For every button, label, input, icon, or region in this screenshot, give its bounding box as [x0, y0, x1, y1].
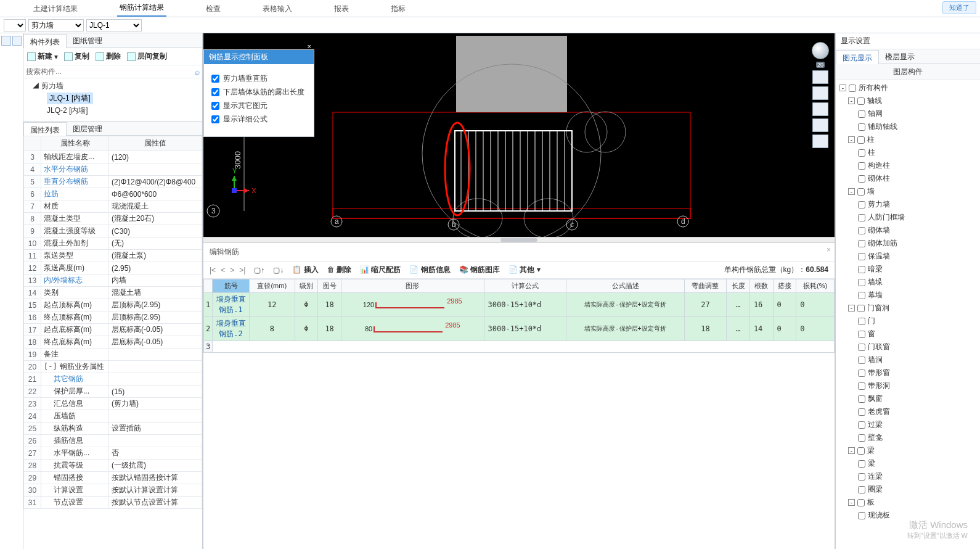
nav-cube-4[interactable]	[812, 118, 828, 132]
prop-name[interactable]: 插筋信息	[41, 435, 109, 447]
grade[interactable]: Φ	[295, 293, 318, 317]
dia[interactable]: 12	[250, 293, 295, 317]
layer-node[interactable]: 砌体柱	[836, 172, 980, 185]
delete-button[interactable]: 删除	[96, 51, 121, 62]
prop-value[interactable]	[109, 361, 202, 373]
code[interactable]: 18	[318, 293, 341, 317]
new-button[interactable]: 新建 ▾	[27, 51, 58, 62]
layer-node[interactable]: 构造柱	[836, 159, 980, 172]
prop-value[interactable]: 否	[109, 447, 202, 460]
floor-copy-button[interactable]: 层间复制	[127, 51, 167, 62]
rtab-floor[interactable]: 楼层显示	[879, 49, 921, 64]
prop-name[interactable]: 混凝土类型	[41, 213, 109, 225]
layer-checkbox[interactable]	[857, 97, 865, 105]
layer-node[interactable]: 墙垛	[836, 276, 980, 289]
loss[interactable]: 0	[796, 293, 835, 317]
layer-checkbox[interactable]	[857, 188, 865, 196]
layer-node[interactable]: 门联窗	[836, 341, 980, 353]
lap[interactable]: 0	[773, 317, 796, 341]
display-option[interactable]: 显示详细公式	[211, 114, 306, 125]
prop-value[interactable]: 层顶标高(2.95)	[109, 299, 202, 312]
bend[interactable]: 27	[684, 293, 726, 317]
prop-name[interactable]: 水平钢筋...	[41, 447, 109, 460]
layer-node[interactable]: 圈梁	[836, 483, 980, 496]
toggle-icon[interactable]: -	[839, 85, 846, 91]
icon-down[interactable]: ▢↓	[273, 266, 284, 274]
layer-checkbox[interactable]	[858, 110, 865, 118]
insert-button[interactable]: 📋 插入	[292, 265, 318, 275]
layer-checkbox[interactable]	[858, 292, 865, 299]
grade[interactable]: Φ	[295, 317, 318, 341]
shape[interactable]: 1202985	[341, 293, 484, 317]
layer-node[interactable]: 梁	[836, 457, 980, 470]
delete-button[interactable]: 🗑 删除	[327, 265, 351, 275]
bend[interactable]: 18	[684, 317, 726, 341]
layer-checkbox[interactable]	[858, 408, 865, 416]
rtab-element[interactable]: 图元显示	[836, 50, 879, 64]
layer-node[interactable]: - 轴线	[836, 94, 980, 107]
lap[interactable]: 0	[773, 293, 796, 317]
layer-node[interactable]: 辅助轴线	[836, 120, 980, 133]
dia[interactable]: 8	[250, 317, 295, 341]
prop-name[interactable]: 备注	[41, 349, 109, 361]
rebar-display-panel[interactable]: ×钢筋显示控制面板 剪力墙垂直筋 下层墙体纵筋的露出长度 显示其它图元 显示详细…	[203, 49, 314, 137]
toggle-icon[interactable]: -	[848, 188, 855, 195]
layer-checkbox[interactable]	[858, 175, 865, 183]
prop-value[interactable]: (一级抗震)	[109, 460, 202, 472]
prop-name[interactable]: 汇总信息	[41, 398, 109, 410]
layer-node[interactable]: 门	[836, 315, 980, 328]
layer-node[interactable]: 轴网	[836, 107, 980, 120]
prop-value[interactable]	[109, 373, 202, 386]
layer-node[interactable]: - 板	[836, 496, 980, 509]
prop-value[interactable]: (15)	[109, 386, 202, 398]
layer-node[interactable]: 幕墙	[836, 289, 980, 302]
layer-node[interactable]: 老虎窗	[836, 405, 980, 418]
prop-name[interactable]: 起点底标高(m)	[41, 324, 109, 336]
layer-checkbox[interactable]	[858, 434, 865, 442]
layer-node[interactable]: 飘窗	[836, 392, 980, 405]
prop-name[interactable]: 轴线距左墙皮...	[41, 151, 109, 163]
layer-node[interactable]: - 所有构件	[836, 81, 980, 94]
layer-node[interactable]: 墙洞	[836, 353, 980, 366]
prop-name[interactable]: 保护层厚...	[41, 386, 109, 398]
layer-checkbox[interactable]	[858, 421, 865, 429]
tab-civil[interactable]: 土建计算结果	[31, 0, 80, 17]
layer-node[interactable]: - 门窗洞	[836, 302, 980, 315]
nav-cube-1[interactable]	[812, 70, 828, 84]
layer-node[interactable]: 砌体加筋	[836, 237, 980, 250]
layer-checkbox[interactable]	[857, 499, 865, 506]
prop-value[interactable]	[109, 435, 202, 447]
tab-layers[interactable]: 图层管理	[67, 122, 108, 135]
nav-last[interactable]: >|	[239, 266, 245, 274]
layer-checkbox[interactable]	[858, 201, 865, 208]
prop-name[interactable]: 混凝土强度等级	[41, 225, 109, 237]
layer-node[interactable]: - 墙	[836, 185, 980, 198]
prop-name[interactable]: 纵筋构造	[41, 423, 109, 435]
nav-next[interactable]: >	[230, 266, 234, 274]
prop-value[interactable]: 层底标高(-0.05)	[109, 324, 202, 336]
layer-checkbox[interactable]	[858, 162, 865, 170]
layer-tree[interactable]: - 所有构件- 轴线 轴网 辅助轴线- 柱 柱 构造柱 砌体柱- 墙 剪力墙 人…	[836, 80, 980, 549]
prop-name[interactable]: 压墙筋	[41, 410, 109, 423]
prop-name[interactable]: 材质	[41, 200, 109, 213]
prop-value[interactable]: 内墙	[109, 274, 202, 287]
prop-name[interactable]: 其它钢筋	[41, 373, 109, 386]
search-icon[interactable]: ⌕	[195, 67, 200, 76]
layer-node[interactable]: 带形窗	[836, 366, 980, 379]
strip-icon-2[interactable]	[12, 36, 22, 46]
layer-node[interactable]: 暗梁	[836, 263, 980, 276]
copy-button[interactable]: 复制	[64, 51, 89, 62]
layer-checkbox[interactable]	[858, 512, 865, 519]
strip-icon-1[interactable]	[1, 36, 11, 46]
layer-node[interactable]: 壁龛	[836, 431, 980, 444]
rebar-grid[interactable]: 筋号直径(mm)级别图号图形计算公式公式描述弯曲调整长度根数搭接损耗(%) 1墙…	[203, 279, 835, 549]
property-table[interactable]: 属性名称 属性值 3轴线距左墙皮...(120)4水平分布钢筋5垂直分布钢筋(2…	[23, 136, 202, 549]
icon-up[interactable]: ▢↑	[254, 266, 264, 274]
tab-check[interactable]: 检查	[203, 0, 223, 17]
layer-checkbox[interactable]	[858, 149, 865, 157]
prop-value[interactable]: 混凝土墙	[109, 287, 202, 299]
prop-name[interactable]: 内/外墙标志	[41, 274, 109, 287]
prop-name[interactable]: 节点设置	[41, 497, 109, 509]
layer-node[interactable]: 砌体墙	[836, 224, 980, 237]
other-button[interactable]: 📄 其他 ▾	[508, 265, 541, 275]
